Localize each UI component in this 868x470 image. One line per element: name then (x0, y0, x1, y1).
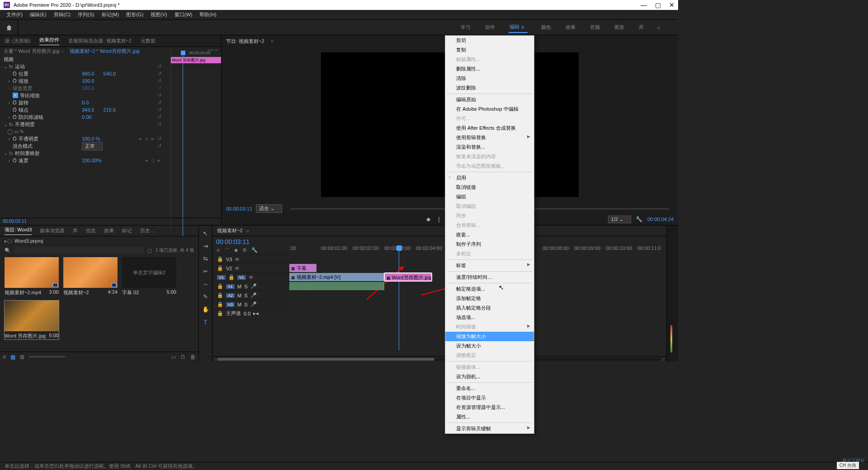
ctx-item[interactable]: ✓启用 (445, 173, 534, 183)
v1-target[interactable]: V1 (237, 275, 246, 280)
menu-help[interactable]: 帮助(H) (197, 10, 219, 19)
ctx-item[interactable]: 取消链接 (445, 183, 534, 192)
ec-flicker-value[interactable]: 0.00 (82, 114, 91, 120)
clip-caption[interactable]: ▦ 字幕 (289, 264, 316, 272)
freeform-icon[interactable]: ⊞ (20, 354, 24, 360)
ctx-item[interactable]: 添加帧定格 (445, 294, 534, 303)
tab-effects[interactable]: 效果 (104, 227, 114, 234)
mask-rect-icon[interactable]: ▭ (14, 129, 19, 135)
ws-tab-audio[interactable]: 音频 (589, 22, 601, 33)
trash-icon[interactable]: 🗑 (190, 354, 196, 360)
menu-edit[interactable]: 编辑(E) (27, 10, 49, 19)
ws-tab-assembly[interactable]: 组件 (484, 22, 496, 33)
ctx-item[interactable]: 使用剪辑替换▶ (445, 133, 534, 142)
menu-file[interactable]: 文件(F) (4, 10, 25, 19)
snap-icon[interactable]: ⚹ (216, 247, 220, 254)
ctx-item[interactable]: 编组 (445, 192, 534, 202)
fit-select[interactable]: 适合 ⌄ (256, 204, 282, 213)
maximize-button[interactable]: ▢ (655, 1, 661, 9)
ws-tab-effects[interactable]: 效果 (565, 22, 576, 33)
new-bin-icon[interactable]: ▭ (171, 354, 176, 360)
menu-clip[interactable]: 剪辑(C) (51, 10, 73, 19)
timeline-scrollbar[interactable]: ○ ○ (212, 356, 666, 362)
ec-speed-value[interactable]: 100.00% (82, 158, 101, 163)
ec-pos-x[interactable]: 960.0 (82, 71, 94, 76)
home-button[interactable] (0, 20, 18, 35)
close-button[interactable]: ✕ (669, 1, 675, 9)
ws-tab-edit[interactable]: 编辑 (509, 22, 528, 33)
minimize-button[interactable]: — (641, 1, 647, 9)
project-item[interactable]: ▮▮ 视频素材~2.mp43:00 (5, 257, 59, 296)
settings-icon[interactable]: 🔧 (636, 216, 643, 223)
ctx-item[interactable]: 复制 (445, 45, 534, 55)
ec-time-remap[interactable]: 时间重映射 (15, 150, 40, 157)
ctx-item[interactable]: 缩放为帧大小 (445, 332, 534, 341)
ec-clip-dropdown[interactable]: 视频素材~2 * Word另存图片.jpg (70, 48, 140, 55)
ctx-item[interactable]: 插入帧定格分段 (445, 303, 534, 313)
solo-button[interactable]: S (244, 284, 247, 289)
tab-effect-controls[interactable]: 效果控件 (39, 37, 59, 45)
search-icon[interactable]: 🔍 (5, 248, 11, 254)
selection-tool[interactable]: ↖ (202, 229, 210, 237)
blend-mode-select[interactable]: 正常 (82, 142, 103, 150)
menu-view[interactable]: 视图(V) (148, 10, 170, 19)
eye-icon[interactable]: 👁 (235, 257, 240, 262)
ctx-item[interactable]: 剪切 (445, 36, 534, 45)
tab-markers[interactable]: 标记 (122, 227, 132, 234)
v1-source[interactable]: V1 (217, 275, 226, 280)
pen-tool[interactable]: ✎ (202, 292, 210, 301)
ctx-item[interactable]: 场选项... (445, 313, 534, 322)
ec-rotation-value[interactable]: 0.0 (82, 100, 89, 105)
ec-playhead[interactable] (181, 51, 185, 55)
project-item[interactable]: 单击文字编辑2 字幕 025:00 (122, 257, 176, 296)
res-select[interactable]: 1/2 ⌄ (608, 216, 631, 223)
tab-info[interactable]: 信息 (86, 227, 96, 234)
mute-button[interactable]: M (237, 284, 241, 289)
filter-icon[interactable]: ▢ (147, 248, 152, 254)
hand-tool[interactable]: ✋ (202, 305, 210, 313)
menu-markers[interactable]: 标记(M) (99, 10, 122, 19)
track-select-tool[interactable]: ⇥ (202, 242, 210, 250)
tab-source[interactable]: 源: (无剪辑) (5, 38, 30, 44)
type-tool[interactable]: T (202, 318, 210, 326)
marker-button[interactable]: ◆ (425, 216, 432, 223)
thumb-size-slider[interactable] (29, 356, 65, 357)
ctx-item[interactable]: 编辑原始 (445, 95, 534, 104)
timeline-timecode[interactable]: 00:00:03:11 (216, 238, 286, 245)
link-icon[interactable]: ⌒ (225, 247, 230, 254)
ec-mini-timeline[interactable]: 00:00:04:00 Word 另存图片.jpg (170, 51, 221, 229)
workspace-overflow[interactable]: » (657, 25, 660, 30)
ctx-item[interactable]: 使用 After Effects 合成替换 (445, 123, 534, 133)
clip-audio[interactable] (289, 282, 384, 290)
slip-tool[interactable]: ↔ (202, 280, 210, 288)
ec-scale-value[interactable]: 100.0 (82, 78, 94, 84)
project-search-input[interactable] (14, 247, 144, 254)
lock-icon[interactable]: 🔒 (217, 256, 223, 262)
new-item-icon[interactable]: 🗋 (180, 354, 186, 360)
program-tc-left[interactable]: 00:00:03:11 (226, 206, 252, 212)
marker-icon[interactable]: ◆ (234, 247, 238, 254)
reset-icon[interactable]: ↺ (158, 64, 163, 69)
ctx-item[interactable]: 删除属性... (445, 64, 534, 74)
tab-history[interactable]: 历史… (140, 227, 155, 234)
ws-tab-learn[interactable]: 学习 (460, 22, 472, 33)
mask-ellipse-icon[interactable]: ◯ (7, 129, 13, 135)
ctx-item[interactable]: 速度/持续时间... (445, 273, 534, 282)
ctx-item[interactable]: 在 Adobe Photoshop 中编辑 (445, 104, 534, 114)
ctx-item[interactable]: 设为帧大小 (445, 341, 534, 351)
timeline-playhead[interactable] (396, 245, 402, 251)
ctx-item[interactable]: 帧定格选项... (445, 284, 534, 294)
ctx-item[interactable]: 波纹删除 (445, 83, 534, 93)
menu-sequence[interactable]: 序列(S) (75, 10, 97, 19)
project-item[interactable]: ▮▮ 视频素材~24:24 (63, 257, 118, 296)
icon-view-icon[interactable]: ▦ (10, 354, 15, 360)
razor-tool[interactable]: ✂ (202, 267, 210, 275)
menu-graphics[interactable]: 图形(G) (123, 10, 146, 19)
clip-video[interactable]: ▦ 视频素材~2.mp4 [V] (289, 273, 384, 281)
tab-libraries[interactable]: 库 (73, 227, 78, 234)
wrench-icon[interactable]: 🔧 (251, 247, 258, 254)
settings-icon[interactable]: ⚙ (242, 247, 247, 254)
ctx-item[interactable]: 渲染和替换... (445, 142, 534, 152)
list-view-icon[interactable]: ≡ (3, 354, 6, 360)
ec-opacity-value[interactable]: 100.0 % (82, 136, 100, 141)
